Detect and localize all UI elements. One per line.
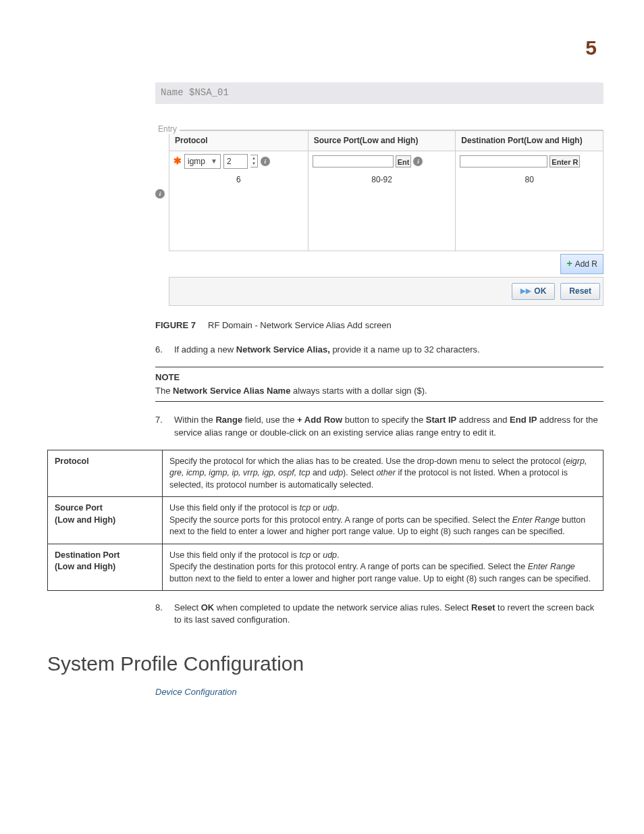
param-name: Source Port (Low and High) xyxy=(48,497,163,544)
device-configuration-link[interactable]: Device Configuration xyxy=(155,686,603,698)
note-block: NOTE The Network Service Alias Name alwa… xyxy=(155,367,603,402)
step-6: 6. If adding a new Network Service Alias… xyxy=(155,344,603,356)
table-row-empty xyxy=(169,188,603,205)
step-text: If adding a new Network Service Alias, p… xyxy=(174,344,480,356)
app-screenshot: Name $NSA_01 Entry Protocol Source Port(… xyxy=(155,82,603,306)
parameter-table: Protocol Specify the protocol for which … xyxy=(47,450,603,592)
figure-label: FIGURE 7 xyxy=(155,320,196,330)
table-row-empty xyxy=(169,205,603,221)
dest-enter-range-button[interactable]: Enter R xyxy=(549,155,580,167)
section-heading: System Profile Configuration xyxy=(47,650,603,678)
required-asterisk-icon: ✱ xyxy=(173,155,182,168)
play-icon: ▶▶ xyxy=(520,286,531,296)
entry-legend: Entry xyxy=(155,124,180,134)
col-dest-port: Destination Port(Low and High) xyxy=(456,130,603,151)
col-source-port: Source Port(Low and High) xyxy=(308,130,456,151)
protocol-dropdown[interactable]: igmp ▼ xyxy=(184,154,221,170)
param-desc: Use this field only if the protocol is t… xyxy=(163,497,603,544)
ok-label: OK xyxy=(534,286,546,297)
chevron-down-icon: ▼ xyxy=(211,157,217,166)
step-number: 6. xyxy=(155,344,166,356)
param-name: Protocol xyxy=(48,450,163,497)
note-label: NOTE xyxy=(155,371,603,384)
plus-icon: + xyxy=(566,257,572,271)
step-number: 8. xyxy=(155,602,166,626)
add-row-button[interactable]: + Add R xyxy=(560,254,603,274)
source-enter-range-button[interactable]: Ent xyxy=(396,155,412,167)
step-number: 7. xyxy=(155,414,166,438)
entry-table: Protocol Source Port(Low and High) Desti… xyxy=(169,130,603,251)
add-row-bar: + Add R xyxy=(169,251,603,278)
table-row[interactable]: 6 80-92 80 xyxy=(169,172,603,188)
source-port-cell: 80-92 xyxy=(308,172,456,188)
step-text: Within the Range field, use the + Add Ro… xyxy=(174,414,603,438)
table-row: Source Port (Low and High) Use this fiel… xyxy=(48,497,603,544)
table-row: Destination Port (Low and High) Use this… xyxy=(48,544,603,591)
alias-name-input[interactable]: Name $NSA_01 xyxy=(155,82,603,104)
step-7: 7. Within the Range field, use the + Add… xyxy=(155,414,603,438)
protocol-dropdown-value: igmp xyxy=(188,156,205,167)
dest-port-input[interactable] xyxy=(460,155,547,167)
spinner-up-icon[interactable]: ▲ xyxy=(250,155,257,161)
step-8: 8. Select OK when completed to update th… xyxy=(155,602,603,626)
spinner-down-icon[interactable]: ▼ xyxy=(250,161,257,166)
protocol-number-cell: 6 xyxy=(169,172,308,188)
table-row-empty xyxy=(169,221,603,251)
info-icon[interactable]: i xyxy=(155,189,165,199)
figure-text: RF Domain - Network Service Alias Add sc… xyxy=(208,320,392,330)
param-desc: Use this field only if the protocol is t… xyxy=(163,544,603,591)
protocol-number-spinner[interactable]: ▲▼ xyxy=(250,155,258,167)
figure-caption: FIGURE 7 RF Domain - Network Service Ali… xyxy=(155,319,603,332)
table-row[interactable]: ✱ igmp ▼ 2▲▼ i Ent xyxy=(169,151,603,172)
param-desc: Specify the protocol for which the alias… xyxy=(163,450,603,497)
table-row: Protocol Specify the protocol for which … xyxy=(48,450,603,497)
ok-button[interactable]: ▶▶ OK xyxy=(512,283,555,300)
param-name: Destination Port (Low and High) xyxy=(48,544,163,591)
info-icon[interactable]: i xyxy=(413,157,423,166)
add-row-label: Add R xyxy=(575,259,597,270)
reset-button[interactable]: Reset xyxy=(560,283,600,300)
note-text: The Network Service Alias Name always st… xyxy=(155,385,603,397)
col-protocol: Protocol xyxy=(169,130,308,151)
protocol-number-input[interactable]: 2 xyxy=(223,154,248,170)
step-text: Select OK when completed to update the n… xyxy=(174,602,603,626)
reset-label: Reset xyxy=(569,286,591,297)
entry-section: Entry Protocol Source Port(Low and High)… xyxy=(155,118,603,306)
dialog-button-bar: ▶▶ OK Reset xyxy=(169,278,603,306)
source-port-input[interactable] xyxy=(313,155,394,167)
page-number: 5 xyxy=(47,34,603,62)
info-icon[interactable]: i xyxy=(261,157,270,166)
dest-port-cell: 80 xyxy=(456,172,603,188)
